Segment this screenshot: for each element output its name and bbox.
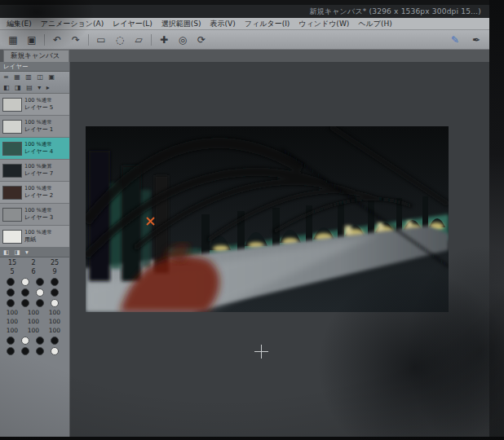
menu-window[interactable]: ウィンドウ(W) [298, 19, 349, 29]
swatch-panel-header-icons[interactable]: ◧ ◨ ▾ [0, 248, 69, 257]
layer-thumbnail[interactable] [2, 142, 22, 156]
layers-panel-toolbar: ≡ ▦ ▥ ◫ ▣ ◧ ◨ ▤ ▾ ▸ [0, 72, 69, 94]
layer-blend-row-icons[interactable]: ◧ ◨ ▤ ▾ ▸ [0, 82, 69, 93]
rotate-icon[interactable]: ⟳ [195, 35, 208, 45]
layer-blend-mode: 100 %通常 [24, 186, 53, 191]
canvas-area[interactable] [70, 62, 489, 437]
color-swatch[interactable] [7, 347, 15, 355]
layer-name: レイヤー 2 [24, 192, 53, 199]
value-cell[interactable]: 5 [2, 268, 23, 275]
value-cell[interactable]: 100 [44, 327, 65, 334]
color-swatch[interactable] [21, 347, 29, 355]
layer-blend-mode: 100 %通常 [24, 230, 52, 235]
color-swatch[interactable] [21, 299, 29, 307]
menu-help[interactable]: ヘルプ(H) [358, 19, 391, 29]
lasso-icon[interactable]: ◌ [113, 35, 126, 45]
canvas-artwork[interactable] [86, 126, 449, 312]
workarea: レイヤー ≡ ▦ ▥ ◫ ▣ ◧ ◨ ▤ ▾ ▸ 100 %通常レイヤー 5 1… [0, 62, 489, 437]
layer-item[interactable]: 100 %通常レイヤー 3 [0, 204, 69, 226]
color-swatch[interactable] [7, 278, 15, 286]
layer-thumbnail[interactable] [2, 208, 22, 222]
value-cell[interactable]: 100 [44, 318, 65, 325]
value-cell[interactable]: 100 [2, 327, 23, 334]
menu-bar: 編集(E) アニメーション(A) レイヤー(L) 選択範囲(S) 表示(V) フ… [0, 18, 489, 30]
number-row: 5 6 9 [0, 266, 69, 275]
monitor-bottom-edge [0, 437, 504, 440]
color-swatch[interactable] [51, 337, 59, 345]
zoom-icon[interactable]: ◎ [176, 35, 189, 45]
tab-canvas[interactable]: 新規キャンバス [3, 50, 69, 62]
value-cell[interactable]: 25 [44, 259, 65, 266]
artwork-painting [86, 126, 449, 312]
pen-icon[interactable]: ✎ [449, 35, 462, 45]
layer-item[interactable]: 100 %通常レイヤー 5 [0, 94, 69, 116]
swatch-row [0, 334, 69, 345]
layer-thumbnail[interactable] [2, 186, 22, 200]
toolbar-separator [44, 34, 45, 46]
shape-select-icon[interactable]: ▱ [132, 35, 145, 45]
layer-blend-mode: 100 %乗算 [24, 164, 53, 169]
layer-name: レイヤー 5 [24, 104, 53, 111]
color-swatch[interactable] [36, 278, 44, 286]
layer-item[interactable]: 100 %通常レイヤー 1 [0, 116, 69, 138]
menu-selection[interactable]: 選択範囲(S) [161, 19, 201, 29]
color-swatch[interactable] [51, 347, 59, 355]
value-cell[interactable]: 15 [2, 259, 23, 266]
value-cell[interactable]: 100 [44, 309, 65, 316]
color-swatch[interactable] [21, 288, 29, 297]
value-cell[interactable]: 2 [23, 259, 44, 266]
color-swatch[interactable] [36, 299, 44, 307]
menu-edit[interactable]: 編集(E) [7, 19, 32, 29]
color-swatch[interactable] [51, 278, 59, 286]
undo-icon[interactable]: ↶ [51, 35, 64, 45]
layers-panel-title[interactable]: レイヤー [0, 62, 69, 72]
layer-blend-mode: 100 %通常 [24, 142, 53, 147]
color-swatch[interactable] [7, 337, 15, 345]
color-swatch[interactable] [21, 278, 29, 286]
value-cell[interactable]: 100 [2, 309, 23, 316]
layer-item[interactable]: 100 %乗算レイヤー 7 [0, 160, 69, 182]
save-icon[interactable]: ▣ [25, 35, 38, 45]
color-swatch[interactable] [36, 347, 44, 355]
layer-thumbnail[interactable] [2, 120, 22, 134]
layer-item[interactable]: 100 %通常レイヤー 4 [0, 138, 69, 160]
menu-animation[interactable]: アニメーション(A) [41, 19, 104, 29]
percent-row: 100 100 100 [0, 307, 69, 316]
value-cell[interactable]: 6 [23, 268, 44, 275]
value-cell[interactable]: 100 [23, 327, 44, 334]
value-cell[interactable]: 100 [23, 309, 44, 316]
layer-name: レイヤー 7 [24, 170, 53, 177]
layer-blend-mode: 100 %通常 [24, 120, 53, 125]
color-swatch[interactable] [51, 299, 59, 307]
menu-view[interactable]: 表示(V) [210, 19, 236, 29]
move-icon[interactable]: ✚ [157, 35, 170, 45]
layer-thumbnail[interactable] [2, 98, 22, 112]
ink-icon[interactable]: ✒ [470, 35, 483, 45]
value-cell[interactable]: 100 [23, 318, 44, 325]
marquee-icon[interactable]: ▭ [95, 35, 108, 45]
layer-name: 用紙 [24, 236, 52, 243]
layer-thumbnail[interactable] [2, 164, 22, 178]
layer-item[interactable]: 100 %通常用紙 [0, 226, 69, 248]
color-swatch[interactable] [36, 337, 44, 345]
redo-icon[interactable]: ↷ [69, 35, 82, 45]
menu-filter[interactable]: フィルター(I) [245, 19, 290, 29]
color-swatch[interactable] [7, 288, 15, 297]
layer-thumbnail[interactable] [2, 230, 22, 244]
toolbar-separator [151, 34, 152, 46]
layer-name: レイヤー 1 [24, 126, 53, 133]
color-swatch[interactable] [51, 288, 59, 297]
color-swatch[interactable] [7, 299, 15, 307]
cursor-crosshair [254, 345, 268, 359]
workspace-grid-icon[interactable]: ▦ [7, 35, 20, 45]
color-swatch[interactable] [21, 337, 29, 345]
color-swatch[interactable] [36, 288, 44, 297]
layer-tools-row-icons[interactable]: ≡ ▦ ▥ ◫ ▣ [0, 72, 69, 82]
swatch-row [0, 286, 69, 297]
menu-layer[interactable]: レイヤー(L) [113, 19, 153, 29]
layer-item[interactable]: 100 %通常レイヤー 2 [0, 182, 69, 204]
swatch-panel: ◧ ◨ ▾ 15 2 25 5 6 9 [0, 248, 69, 437]
value-cell[interactable]: 9 [44, 268, 65, 275]
layers-panel: レイヤー ≡ ▦ ▥ ◫ ▣ ◧ ◨ ▤ ▾ ▸ 100 %通常レイヤー 5 1… [0, 62, 70, 437]
value-cell[interactable]: 100 [2, 318, 23, 325]
